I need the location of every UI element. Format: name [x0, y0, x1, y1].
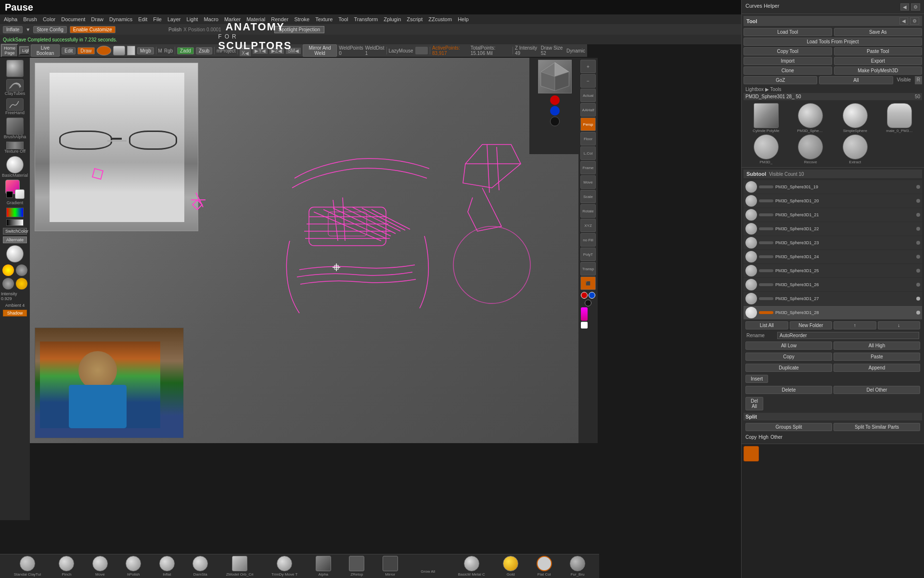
tool-collapse-button[interactable]: ◀ — [899, 17, 908, 25]
thumb-pm3d-sphere[interactable]: PM3D_Sphere3 — [789, 103, 833, 133]
thumb-cylinder[interactable]: Cylinde PolyMe — [744, 103, 788, 133]
paste-button[interactable]: Paste — [834, 353, 920, 361]
tool-basicm[interactable]: BasicM Metal C — [458, 556, 485, 577]
del-other-button[interactable]: Del Other — [834, 386, 920, 394]
persp-button[interactable]: Persp — [580, 118, 596, 131]
copy-tool-button[interactable]: Copy Tool — [744, 47, 832, 55]
menu-file[interactable]: File — [153, 16, 162, 22]
menu-macro[interactable]: Macro — [204, 16, 218, 22]
subtool-item-21[interactable]: PM3D_Sphere3D1_21 — [744, 208, 922, 222]
new-folder-button[interactable]: New Folder — [790, 321, 833, 329]
all-low-button[interactable]: All Low — [745, 342, 832, 350]
split-similar-button[interactable]: Split To Similar Parts — [834, 423, 920, 431]
export-button[interactable]: Export — [834, 57, 923, 65]
list-all-button[interactable]: List All — [745, 321, 788, 329]
thumb-extract[interactable]: Extract — [834, 134, 877, 164]
nav-cube[interactable] — [538, 60, 572, 93]
frame-button[interactable]: Frame — [580, 161, 596, 174]
arrow-up-button[interactable]: ↑ — [834, 321, 876, 329]
lazy-mouse-toggle[interactable] — [415, 47, 428, 54]
subtool-item-27[interactable]: PM3D_Sphere3D1_27 — [744, 292, 922, 305]
tool-gold[interactable]: Gold — [503, 556, 518, 577]
copy-button[interactable]: Copy — [745, 353, 832, 361]
move-button[interactable]: Move — [580, 175, 596, 189]
menu-stroke[interactable]: Stroke — [294, 16, 309, 22]
menu-help[interactable]: Help — [458, 16, 469, 22]
tool-damst[interactable]: DamSta — [192, 556, 208, 577]
tool-mirror[interactable]: Mirror — [383, 556, 398, 577]
tool-texture[interactable]: Texture Off — [4, 142, 26, 154]
tool-alpha[interactable]: Alpha — [316, 556, 331, 577]
tool-growAll[interactable]: Grow All — [416, 559, 440, 574]
scale-button[interactable]: Scale — [580, 190, 596, 203]
tool-inflat[interactable]: Inflat — [159, 556, 175, 577]
tool-move[interactable]: Move — [92, 556, 108, 577]
zoom-out-button[interactable]: − — [580, 74, 596, 88]
zoom-in-button[interactable]: + — [580, 60, 596, 73]
subtool-item-19[interactable]: PM3D_Sphere301_19 — [744, 180, 922, 194]
thumb-simple-sphere[interactable]: SimpleSphere — [834, 103, 877, 133]
all-button[interactable]: All — [819, 76, 893, 84]
thumb-recover[interactable]: Recove — [789, 134, 833, 164]
tool-pinch[interactable]: Pinch — [59, 556, 74, 577]
tool-zmodel[interactable]: ZModel Orb_Cri — [226, 556, 254, 577]
arrow-down-button[interactable]: ↓ — [878, 321, 921, 329]
light-on-icon[interactable] — [2, 264, 14, 276]
subtool-item-24[interactable]: PM3D_Sphere3D1_24 — [744, 250, 922, 263]
menu-color[interactable]: Color — [43, 16, 55, 22]
menu-zzcustom[interactable]: ZZcustom — [428, 16, 452, 22]
subtool-item-22[interactable]: PM3D_Sphere3D1_22 — [744, 222, 922, 236]
menu-tool[interactable]: Tool — [338, 16, 348, 22]
menu-zscript[interactable]: Zscript — [407, 16, 423, 22]
thumb-pm3d2[interactable]: PM3D_ — [744, 134, 788, 164]
zadd-button[interactable]: Zadd — [177, 47, 194, 54]
groups-split-button[interactable]: Groups Split — [745, 423, 832, 431]
menu-light[interactable]: Light — [187, 16, 198, 22]
light-off-icon[interactable] — [16, 264, 27, 276]
actual-size-button[interactable]: Actual — [580, 89, 596, 102]
menu-edit[interactable]: Edit — [138, 16, 147, 22]
tool-zretop[interactable]: ZRetop — [349, 556, 364, 577]
light2-off-icon[interactable] — [2, 278, 14, 289]
clone-button[interactable]: Clone — [744, 66, 832, 75]
store-config-button[interactable]: Store Config — [33, 26, 67, 33]
enable-customize-button[interactable]: Enable Customize — [70, 26, 116, 33]
transp-button[interactable]: Transp — [580, 262, 596, 276]
tool-standard[interactable]: Standai ClayTul — [14, 556, 41, 577]
del-all-button[interactable]: Del All — [745, 397, 763, 410]
subtool-item-26[interactable]: PM3D_Sphere3D1_26 — [744, 278, 922, 291]
draw-mode-button[interactable]: Draw — [77, 47, 94, 54]
curves-settings-button[interactable]: ⚙ — [911, 3, 920, 11]
load-tool-button[interactable]: Load Tool — [744, 28, 832, 36]
orange-action-button[interactable] — [744, 446, 759, 461]
local-button[interactable]: L.Col — [580, 146, 596, 160]
home-button[interactable]: Home Page — [1, 44, 18, 57]
menu-draw[interactable]: Draw — [91, 16, 103, 22]
menu-brush[interactable]: Brush — [23, 16, 37, 22]
edit-mode-button[interactable]: Edit — [62, 47, 76, 54]
inflate-button[interactable]: Inflate — [3, 26, 23, 33]
color-picker[interactable] — [5, 180, 25, 199]
xyz-button[interactable]: XYZ — [580, 219, 596, 232]
menu-alpha[interactable]: Alpha — [4, 16, 17, 22]
menu-transform[interactable]: Transform — [354, 16, 378, 22]
floor-button[interactable]: Floor — [580, 132, 596, 145]
subtool-item-20[interactable]: PM3D_Sphere3D1_20 — [744, 194, 922, 208]
tool-claytubes[interactable]: ClayTubes — [5, 79, 26, 96]
tool-flatcol[interactable]: Flat Col — [537, 556, 552, 577]
mrgb-button[interactable]: Mrgb — [137, 47, 154, 54]
import-button[interactable]: Import — [744, 57, 832, 65]
switch-color-button[interactable]: SwitchColor — [3, 228, 27, 235]
ghost-button[interactable]: ⬛ — [580, 276, 596, 290]
shadow-button[interactable]: Shadow — [3, 310, 27, 316]
menu-layer[interactable]: Layer — [167, 16, 181, 22]
visible-r-button[interactable]: R — [915, 76, 922, 84]
curves-collapse-button[interactable]: ◀ — [900, 3, 909, 11]
alternate-button[interactable]: Alternate — [3, 236, 27, 243]
all-high-button[interactable]: All High — [834, 342, 920, 350]
material-ball[interactable] — [6, 245, 24, 263]
menu-document[interactable]: Document — [61, 16, 85, 22]
subtool-item-28[interactable]: PM3D_Sphere3D1_28 — [744, 306, 922, 319]
make-polymesh-button[interactable]: Make PolyMesh3D — [834, 66, 923, 75]
tool-material[interactable]: BasicMaterial — [2, 156, 28, 178]
